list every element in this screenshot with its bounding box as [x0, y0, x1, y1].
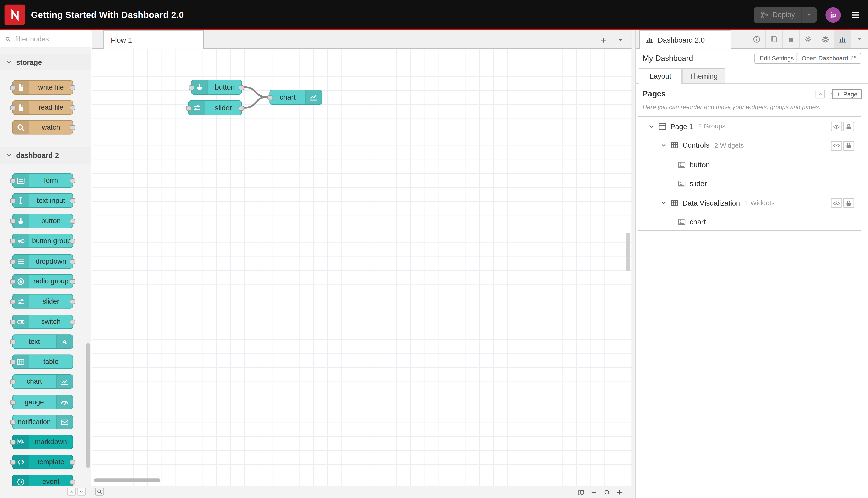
deploy-options-button[interactable] — [802, 7, 817, 23]
tree-row-widget-slider[interactable]: slider — [638, 174, 861, 193]
lock-toggle-button[interactable] — [843, 122, 854, 131]
move-page-up-button[interactable] — [815, 90, 825, 99]
node-input-port — [10, 379, 16, 384]
palette-expand-all-button[interactable] — [77, 488, 86, 496]
node-red-logo — [4, 4, 25, 25]
palette-node-table[interactable]: table — [12, 355, 73, 369]
sidebar-menu-button[interactable] — [851, 30, 868, 48]
external-link-icon — [851, 55, 856, 61]
palette-node-text[interactable]: text — [12, 335, 73, 349]
eye-icon — [833, 200, 840, 206]
deploy-label: Deploy — [773, 11, 795, 19]
palette-node-radio-group[interactable]: radio group — [12, 274, 73, 288]
flow-tab-bar: Flow 1 — [92, 30, 632, 49]
visibility-toggle-button[interactable] — [831, 198, 842, 208]
node-input-port[interactable] — [189, 85, 195, 90]
palette-node-gauge[interactable]: gauge — [12, 395, 73, 409]
palette-scrollbar[interactable] — [86, 343, 90, 468]
node-input-port[interactable] — [186, 106, 192, 110]
navigator-toggle-button[interactable] — [578, 489, 585, 495]
page-title: Getting Started With Dashboard 2.0 — [31, 10, 184, 20]
visibility-toggle-button[interactable] — [831, 141, 842, 150]
canvas-node-chart[interactable]: chart — [269, 90, 322, 105]
tab-theming[interactable]: Theming — [682, 68, 725, 84]
palette-collapse-all-button[interactable] — [67, 488, 76, 496]
flow-list-button[interactable] — [614, 34, 626, 46]
palette-node-event[interactable]: event — [12, 475, 73, 486]
tree-row-widget-chart[interactable]: chart — [638, 212, 861, 232]
palette-node-dropdown[interactable]: dropdown — [12, 254, 73, 268]
sidebar: Dashboard 2.0 My Dashboard Edit Settings… — [636, 30, 868, 498]
chevron-down-icon[interactable] — [660, 200, 666, 206]
palette-node-text-input[interactable]: text input — [12, 193, 73, 208]
canvas-horizontal-scrollbar[interactable] — [94, 479, 160, 482]
lock-toggle-button[interactable] — [843, 141, 854, 150]
tab-flow-1[interactable]: Flow 1 — [104, 30, 204, 49]
tab-help[interactable] — [765, 30, 782, 48]
zoom-out-button[interactable] — [591, 489, 597, 495]
node-output-port[interactable] — [239, 85, 244, 90]
flow-canvas[interactable]: button slider chart — [92, 49, 632, 486]
node-output-port — [70, 125, 75, 130]
node-output-port[interactable] — [239, 106, 244, 110]
widget-count: 1 Widgets — [745, 199, 775, 207]
lock-toggle-button[interactable] — [843, 198, 854, 208]
filter-nodes-input[interactable] — [14, 35, 86, 43]
palette-node-markdown[interactable]: markdown — [12, 435, 73, 449]
add-page-button[interactable]: Page — [832, 89, 862, 99]
gear-icon — [804, 36, 812, 43]
tab-layout[interactable]: Layout — [639, 68, 682, 84]
main-menu-button[interactable] — [850, 10, 861, 20]
add-flow-button[interactable] — [597, 34, 609, 46]
tab-context[interactable] — [816, 30, 833, 48]
visibility-toggle-button[interactable] — [831, 122, 842, 131]
wires — [92, 49, 632, 486]
node-output-port — [70, 239, 75, 244]
deploy-button[interactable]: Deploy — [754, 7, 816, 23]
palette-node-switch[interactable]: switch — [12, 315, 73, 329]
user-avatar[interactable]: jp — [825, 7, 841, 23]
palette-node-button[interactable]: button — [12, 214, 73, 228]
palette-node-slider[interactable]: slider — [12, 294, 73, 308]
canvas-node-button[interactable]: button — [191, 80, 242, 95]
zoom-in-button[interactable] — [616, 489, 623, 495]
palette-node-watch[interactable]: watch — [12, 120, 73, 134]
palette-category-dashboard-2[interactable]: dashboard 2 — [0, 147, 91, 163]
page-icon — [658, 122, 667, 131]
tree-row-data-visualization[interactable]: Data Visualization 1 Widgets — [638, 193, 861, 212]
lock-icon — [845, 123, 852, 130]
palette-node-write-file[interactable]: write file — [12, 80, 73, 95]
node-output-port — [70, 480, 75, 485]
palette-node-chart[interactable]: chart — [12, 375, 73, 389]
palette-node-read-file[interactable]: read file — [12, 100, 73, 115]
palette-search[interactable] — [0, 30, 91, 48]
wire-button-to-chart — [245, 87, 267, 97]
tab-config-nodes[interactable] — [799, 30, 816, 48]
tab-dashboard-icon[interactable] — [833, 30, 851, 48]
palette-category-storage[interactable]: storage — [0, 54, 91, 70]
magnifier-icon — [13, 121, 29, 134]
open-dashboard-button[interactable]: Open Dashboard — [797, 53, 861, 64]
palette-node-notification[interactable]: notification — [12, 415, 73, 429]
tab-debug[interactable] — [782, 30, 799, 48]
book-icon — [770, 36, 778, 43]
tree-row-controls[interactable]: Controls 2 Widgets — [638, 136, 861, 155]
line-chart-icon — [56, 375, 72, 388]
arrow-circle-icon — [13, 475, 29, 486]
chevron-down-icon[interactable] — [648, 123, 654, 129]
palette-node-template[interactable]: template — [12, 455, 73, 469]
zoom-reset-button[interactable] — [603, 489, 610, 495]
canvas-node-slider[interactable]: slider — [188, 100, 242, 115]
search-flows-button[interactable] — [95, 488, 104, 496]
tab-dashboard-2[interactable]: Dashboard 2.0 — [639, 30, 731, 49]
tab-info[interactable] — [748, 30, 765, 48]
tree-row-page-1[interactable]: Page 1 2 Groups — [638, 117, 861, 136]
palette-node-button-group[interactable]: button group — [12, 234, 73, 248]
tree-row-widget-button[interactable]: button — [638, 155, 861, 174]
sidebar-splitter[interactable] — [632, 30, 636, 498]
chevron-down-icon[interactable] — [660, 143, 666, 148]
node-input-port[interactable] — [267, 95, 273, 100]
canvas-vertical-scrollbar[interactable] — [626, 233, 630, 271]
palette-node-form[interactable]: form — [12, 173, 73, 188]
envelope-icon — [56, 415, 72, 429]
